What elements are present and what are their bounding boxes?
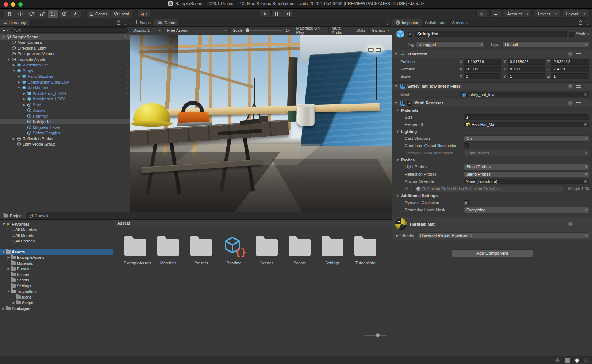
- axis-label[interactable]: Z: [547, 74, 550, 78]
- asset-item-tutorialinfo[interactable]: TutorialInfo: [354, 235, 377, 265]
- kebab-menu-icon[interactable]: ⋮: [585, 222, 589, 227]
- asset-item-scripts[interactable]: Scripts: [288, 235, 311, 265]
- hierarchy-item-workbench[interactable]: ▼Workbench›: [0, 85, 130, 91]
- tab-collaborate[interactable]: Collaborate: [422, 19, 449, 26]
- expander-icon[interactable]: ▼: [17, 86, 21, 89]
- asset-item-materials[interactable]: Materials: [157, 235, 180, 265]
- add-component-button[interactable]: Add Component: [452, 249, 533, 257]
- project-tree-item-materials[interactable]: Materials: [0, 260, 113, 266]
- expander-icon[interactable]: ▼: [1, 250, 6, 254]
- move-tool-icon[interactable]: [15, 10, 26, 18]
- close-window-button[interactable]: [4, 2, 8, 7]
- aspect-dropdown[interactable]: Free Aspect▾: [164, 27, 230, 34]
- prefab-open-arrow[interactable]: ›: [126, 69, 128, 73]
- preset-icon[interactable]: [576, 84, 581, 88]
- project-tree-item-tutorialinfo[interactable]: ▼TutorialInfo: [0, 289, 113, 295]
- expander-icon[interactable]: ▶: [12, 301, 16, 304]
- favorites-header[interactable]: ▼★Favorites: [0, 221, 113, 227]
- hierarchy-item-paint-supplies[interactable]: ▶Paint Supplies›: [0, 74, 130, 80]
- tab-scene[interactable]: Scene: [130, 19, 154, 26]
- stats-button[interactable]: Stats: [353, 27, 368, 34]
- kebab-menu-icon[interactable]: ⋮: [124, 34, 128, 39]
- display-dropdown[interactable]: Display 1▾: [130, 27, 164, 34]
- project-tree-item-exampleassets[interactable]: ▶ExampleAssets: [0, 255, 113, 261]
- scale-x-field[interactable]: 1: [464, 73, 501, 79]
- favorite-item-all-prefabs[interactable]: All Prefabs: [0, 238, 113, 244]
- scale-y-field[interactable]: 1: [508, 73, 545, 79]
- asset-item-presets[interactable]: Presets: [189, 235, 213, 265]
- prefab-open-arrow[interactable]: ›: [126, 97, 128, 101]
- hierarchy-search-input[interactable]: [18, 28, 126, 32]
- grid-snap-button[interactable]: ▾: [137, 10, 150, 18]
- dynamic-occlusion-checkbox[interactable]: ✓: [464, 200, 469, 205]
- axis-label[interactable]: Y: [503, 67, 506, 71]
- hierarchy-item-example-assets[interactable]: ▼Example Assets: [0, 57, 130, 62]
- expander-icon[interactable]: ▶: [7, 267, 11, 271]
- transform-tool-icon[interactable]: [59, 10, 70, 18]
- hierarchy-item-safety-hat[interactable]: Safety Hat: [0, 119, 130, 125]
- tag-dropdown[interactable]: Untagged▾: [416, 41, 485, 47]
- expander-icon[interactable]: ▶: [22, 92, 26, 95]
- preset-icon[interactable]: [576, 222, 581, 226]
- material-expand-arrow[interactable]: ▶: [396, 234, 399, 237]
- tab-game[interactable]: Game: [154, 19, 178, 26]
- scale-slider[interactable]: [245, 30, 283, 31]
- rotation-x-field[interactable]: 10.005: [464, 66, 501, 72]
- static-mixed-checkbox[interactable]: −: [569, 32, 574, 37]
- preset-icon[interactable]: [576, 101, 581, 105]
- axis-label[interactable]: X: [460, 60, 462, 64]
- axis-label[interactable]: Y: [503, 60, 506, 64]
- hierarchy-item-construction-light-low[interactable]: ▶Construction Light Low›: [0, 79, 130, 85]
- hierarchy-item-main-camera[interactable]: Main Camera: [0, 40, 130, 46]
- layout-dropdown[interactable]: Layout▾: [563, 10, 588, 18]
- probes-foldout[interactable]: ▼Probes: [392, 157, 592, 163]
- expander-icon[interactable]: ▶: [17, 74, 21, 78]
- prefab-open-arrow[interactable]: ›: [126, 91, 128, 96]
- expander-icon[interactable]: ▶: [22, 103, 26, 107]
- lighting-foldout[interactable]: ▼Lighting: [392, 128, 592, 135]
- asset-item-settings[interactable]: Settings: [321, 235, 344, 265]
- favorite-item-all-materials[interactable]: All Materials: [0, 227, 113, 233]
- transform-component-header[interactable]: ▼ Transform ?⋮: [392, 50, 592, 58]
- tab-hierarchy[interactable]: ☰ Hierarchy: [0, 19, 29, 26]
- kebab-menu-icon[interactable]: ⋮: [385, 20, 390, 26]
- hierarchy-item-workshop-set[interactable]: ▶Workshop Set›: [0, 62, 130, 68]
- orientation-toggle-button[interactable]: Local: [111, 10, 132, 18]
- expander-icon[interactable]: ▶: [12, 63, 16, 67]
- help-icon[interactable]: ?: [568, 101, 573, 106]
- hierarchy-create-button[interactable]: +▾: [1, 27, 9, 33]
- zoom-window-button[interactable]: [18, 2, 23, 7]
- static-dropdown[interactable]: Static▾: [576, 32, 589, 36]
- custom-tool-icon[interactable]: [70, 10, 81, 18]
- hierarchy-item-props[interactable]: ▼Props›: [0, 68, 130, 74]
- contribute-gi-checkbox[interactable]: [464, 143, 469, 148]
- rect-tool-icon[interactable]: [48, 10, 59, 18]
- position-z-field[interactable]: 2.832412: [551, 59, 589, 65]
- layers-dropdown[interactable]: Layers▾: [535, 10, 560, 18]
- expander-icon[interactable]: ▼: [1, 35, 6, 39]
- hierarchy-item-post-process-volume[interactable]: Post-process Volume: [0, 51, 130, 57]
- prefab-open-arrow[interactable]: ›: [126, 85, 128, 90]
- mute-audio-button[interactable]: Mute Audio: [328, 27, 353, 34]
- hierarchy-item-light-probe-group[interactable]: Light Probe Group: [0, 142, 130, 147]
- active-checkbox[interactable]: ✓: [408, 32, 412, 37]
- meshfilter-component-header[interactable]: ▼ Safety_hat_low (Mesh Filter) ?⋮: [392, 82, 592, 90]
- additional-settings-foldout[interactable]: ▼Additional Settings: [392, 192, 592, 199]
- axis-label[interactable]: Z: [547, 60, 550, 64]
- expander-icon[interactable]: ▼: [7, 290, 11, 293]
- hierarchy-item-workbench-lod0[interactable]: ▶Workbench_LOD0›: [0, 91, 130, 96]
- play-button[interactable]: [260, 10, 270, 18]
- kebab-menu-icon[interactable]: ⋮: [585, 51, 589, 57]
- hierarchy-item-magnetic-level[interactable]: Magnetic Level: [0, 124, 130, 130]
- help-icon[interactable]: ?: [568, 84, 573, 89]
- object-picker-icon[interactable]: ⊙: [584, 122, 587, 127]
- bake-light-icon[interactable]: [575, 359, 579, 362]
- cast-shadows-dropdown[interactable]: On▾: [464, 135, 589, 142]
- preset-icon[interactable]: [576, 52, 581, 56]
- hierarchy-item-directional-light[interactable]: Directional Light: [0, 45, 130, 51]
- meshrenderer-component-header[interactable]: ▼ ✓ Mesh Renderer ?⋮: [392, 99, 592, 107]
- expander-icon[interactable]: ▼: [12, 69, 16, 73]
- expander-icon[interactable]: ▼: [1, 222, 6, 226]
- asset-item-exampleassets[interactable]: ExampleAssets: [124, 235, 147, 265]
- rotation-z-field[interactable]: -14.99: [551, 66, 589, 72]
